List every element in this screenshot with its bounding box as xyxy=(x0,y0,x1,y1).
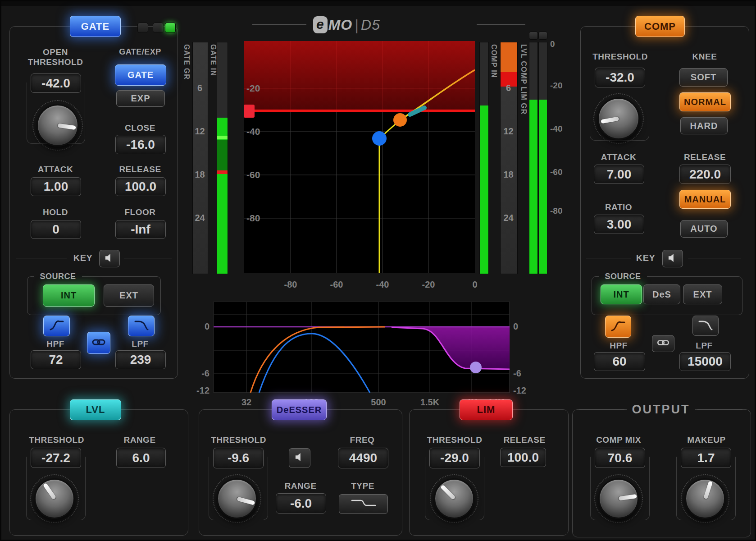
gate-open-threshold-knob[interactable] xyxy=(36,104,79,147)
plugin-logo: eMO |D5 xyxy=(313,15,380,34)
key-filter-graph[interactable] xyxy=(214,302,510,393)
limiter-threshold-handle[interactable] xyxy=(244,105,255,118)
gate-key-line-left xyxy=(16,258,67,258)
gate-enable-button[interactable]: GATE xyxy=(70,16,121,37)
transfer-x-tick-40: -40 xyxy=(369,280,396,290)
deesser-range-label: RANGE xyxy=(278,481,323,491)
comp-hpf-lpf-link-button[interactable] xyxy=(652,335,674,352)
lim-release-value[interactable]: 100.0 xyxy=(500,448,546,467)
lim-threshold-label: THRESHOLD xyxy=(426,435,483,445)
gate-in-hysteresis-zone xyxy=(217,140,228,172)
comp-knee-soft-button[interactable]: SOFT xyxy=(679,68,728,87)
comp-attack-value[interactable]: 7.00 xyxy=(594,165,644,184)
gate-lpf-label: LPF xyxy=(118,339,163,349)
freq-tick-32: 32 xyxy=(233,397,260,408)
deesser-range-value[interactable]: -6.0 xyxy=(276,493,326,513)
gate-floor-value[interactable]: -Inf xyxy=(115,220,166,239)
gate-source-ext-button[interactable]: EXT xyxy=(104,284,154,307)
gate-source-int-button[interactable]: INT xyxy=(43,284,95,307)
filter-db-12-right: -12 xyxy=(513,385,536,396)
speaker-icon xyxy=(668,253,678,264)
speaker-icon xyxy=(295,453,305,463)
comp-threshold-knob[interactable] xyxy=(597,97,640,140)
deesser-enable-button[interactable]: DeESSER xyxy=(272,399,327,420)
lpf-filter-icon xyxy=(697,319,714,333)
lvl-threshold-knob[interactable] xyxy=(34,478,75,519)
gate-open-threshold-marker[interactable] xyxy=(217,136,228,139)
output-comp-mix-knob[interactable] xyxy=(598,478,639,519)
deesser-freq-value[interactable]: 4490 xyxy=(338,448,388,468)
transfer-curve-graph[interactable]: -20 -40 -60 -80 xyxy=(244,41,475,273)
svg-text:-40: -40 xyxy=(246,126,260,137)
gate-mode-label: GATE/EXP xyxy=(113,47,167,57)
gate-hold-value[interactable]: 0 xyxy=(31,220,81,239)
comp-source-des-button[interactable]: DeS xyxy=(643,284,680,304)
comp-source-int-button[interactable]: INT xyxy=(601,284,642,304)
gate-threshold-handle[interactable] xyxy=(372,131,387,146)
logo-line-right xyxy=(477,24,525,25)
low-shelf-filter-icon xyxy=(349,498,378,510)
comp-source-ext-button[interactable]: EXT xyxy=(683,284,722,304)
output-meter-right xyxy=(538,42,547,274)
comp-threshold-label: THRESHOLD xyxy=(592,52,649,62)
hpf-filter-icon xyxy=(610,320,626,334)
gate-hpf-value[interactable]: 72 xyxy=(31,350,81,369)
comp-lpf-value[interactable]: 15000 xyxy=(679,352,731,371)
deesser-type-button[interactable] xyxy=(339,494,388,514)
comp-release-value[interactable]: 220.0 xyxy=(679,165,731,184)
gate-key-hpf-icon-button[interactable] xyxy=(43,316,70,336)
transfer-x-tick-0: 0 xyxy=(461,280,488,290)
comp-key-lpf-icon-button[interactable] xyxy=(692,316,719,336)
deesser-monitor-button[interactable] xyxy=(289,448,310,468)
gr-scale-24: 24 xyxy=(500,213,517,223)
emo-d5-plugin-window: GATE OPENTHRESHOLD -42.0 GATE/EXP GATE E… xyxy=(0,0,756,541)
gate-close-value[interactable]: -16.0 xyxy=(115,135,166,154)
gate-key-monitor-button[interactable] xyxy=(99,250,120,267)
comp-key-hpf-icon-button[interactable] xyxy=(605,316,631,338)
comp-release-manual-button[interactable]: MANUAL xyxy=(679,190,731,209)
gr-scale-18: 18 xyxy=(500,170,517,180)
filter-db-6-right: -6 xyxy=(513,368,531,379)
deesser-freq-handle[interactable] xyxy=(470,362,482,373)
comp-in-meter-label: COMP IN xyxy=(490,44,498,78)
gate-mode-gate-button[interactable]: GATE xyxy=(115,64,166,86)
gate-release-value[interactable]: 100.0 xyxy=(115,177,166,196)
comp-threshold-handle[interactable] xyxy=(393,113,407,127)
gate-hpf-lpf-link-button[interactable] xyxy=(87,332,110,354)
comp-ratio-value[interactable]: 3.00 xyxy=(594,215,644,234)
gr-scale-12: 12 xyxy=(500,126,517,137)
comp-hpf-value[interactable]: 60 xyxy=(594,352,645,371)
transfer-x-tick-60: -60 xyxy=(323,280,350,290)
gate-in-meter-label: GATE IN xyxy=(209,44,217,76)
comp-release-auto-button[interactable]: AUTO xyxy=(680,220,728,238)
output-makeup-knob[interactable] xyxy=(685,478,725,519)
transfer-x-tick-80: -80 xyxy=(277,280,304,290)
gate-gr-meter-label: GATE GR xyxy=(182,44,191,80)
lim-enable-button[interactable]: LIM xyxy=(460,399,513,420)
gate-close-threshold-marker[interactable] xyxy=(217,170,228,174)
deesser-type-label: TYPE xyxy=(340,481,385,491)
lvl-range-value[interactable]: 6.0 xyxy=(116,448,166,468)
comp-knee-normal-button[interactable]: NORMAL xyxy=(679,92,731,111)
comp-key-line-right xyxy=(688,258,741,258)
gate-key-lpf-icon-button[interactable] xyxy=(128,316,155,336)
gate-gr-meter xyxy=(192,42,208,274)
comp-release-label: RELEASE xyxy=(682,152,728,162)
deesser-threshold-knob[interactable] xyxy=(217,478,257,519)
gate-mode-exp-button[interactable]: EXP xyxy=(116,90,165,107)
speaker-icon xyxy=(105,253,114,264)
comp-knee-hard-button[interactable]: HARD xyxy=(680,117,728,134)
gate-lpf-value[interactable]: 239 xyxy=(115,350,166,369)
gate-close-label: CLOSE xyxy=(118,123,163,133)
comp-source-label: SOURCE xyxy=(599,272,647,281)
lvl-enable-button[interactable]: LVL xyxy=(70,399,121,420)
comp-key-monitor-button[interactable] xyxy=(662,250,683,267)
output-clip-left[interactable] xyxy=(529,32,538,40)
gate-attack-value[interactable]: 1.00 xyxy=(31,177,81,196)
gate-indicator-1 xyxy=(137,23,148,33)
output-clip-right[interactable] xyxy=(538,32,547,40)
comp-hpf-label: HPF xyxy=(596,341,641,351)
comp-key-label: KEY xyxy=(634,253,657,263)
lim-threshold-knob[interactable] xyxy=(434,478,474,519)
comp-enable-button[interactable]: COMP xyxy=(635,16,685,37)
